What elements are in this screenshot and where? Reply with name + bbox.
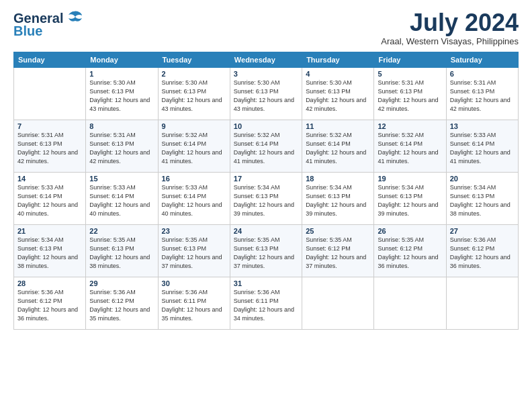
col-friday: Friday: [374, 52, 446, 68]
day-number: 12: [378, 122, 442, 130]
day-number: 10: [234, 122, 298, 130]
table-row: 29Sunrise: 5:36 AMSunset: 6:12 PMDayligh…: [86, 277, 158, 330]
table-row: 16Sunrise: 5:33 AMSunset: 6:14 PMDayligh…: [158, 173, 230, 225]
day-info: Sunrise: 5:32 AMSunset: 6:14 PMDaylight:…: [162, 131, 226, 166]
table-row: 22Sunrise: 5:35 AMSunset: 6:13 PMDayligh…: [86, 225, 158, 277]
day-number: 26: [378, 227, 442, 235]
table-row: [446, 277, 518, 330]
day-info: Sunrise: 5:33 AMSunset: 6:14 PMDaylight:…: [89, 183, 154, 218]
day-info: Sunrise: 5:36 AMSunset: 6:11 PMDaylight:…: [162, 288, 226, 323]
table-row: 26Sunrise: 5:35 AMSunset: 6:12 PMDayligh…: [374, 225, 446, 277]
day-number: 5: [378, 70, 442, 78]
calendar-week-row: 28Sunrise: 5:36 AMSunset: 6:12 PMDayligh…: [14, 277, 519, 330]
table-row: 28Sunrise: 5:36 AMSunset: 6:12 PMDayligh…: [14, 277, 86, 330]
col-sunday: Sunday: [14, 52, 86, 68]
calendar-week-row: 7Sunrise: 5:31 AMSunset: 6:13 PMDaylight…: [14, 120, 519, 173]
table-row: 13Sunrise: 5:33 AMSunset: 6:14 PMDayligh…: [446, 120, 518, 173]
day-number: 17: [234, 175, 298, 183]
day-number: 23: [162, 227, 226, 235]
table-row: 18Sunrise: 5:34 AMSunset: 6:13 PMDayligh…: [302, 173, 374, 225]
day-info: Sunrise: 5:31 AMSunset: 6:13 PMDaylight:…: [17, 131, 82, 166]
calendar-week-row: 1Sunrise: 5:30 AMSunset: 6:13 PMDaylight…: [14, 68, 519, 120]
day-number: 29: [89, 279, 154, 287]
month-title: July 2024: [381, 11, 519, 35]
day-info: Sunrise: 5:34 AMSunset: 6:13 PMDaylight:…: [450, 183, 515, 218]
day-info: Sunrise: 5:30 AMSunset: 6:13 PMDaylight:…: [306, 79, 370, 113]
day-info: Sunrise: 5:33 AMSunset: 6:14 PMDaylight:…: [450, 131, 515, 166]
day-number: 8: [89, 122, 154, 130]
day-number: 31: [234, 279, 298, 287]
table-row: 25Sunrise: 5:35 AMSunset: 6:12 PMDayligh…: [302, 225, 374, 277]
day-number: 22: [89, 227, 154, 235]
table-row: 2Sunrise: 5:30 AMSunset: 6:13 PMDaylight…: [158, 68, 230, 120]
table-row: [302, 277, 374, 330]
day-info: Sunrise: 5:30 AMSunset: 6:13 PMDaylight:…: [89, 79, 154, 113]
day-info: Sunrise: 5:34 AMSunset: 6:13 PMDaylight:…: [234, 183, 298, 218]
day-info: Sunrise: 5:32 AMSunset: 6:14 PMDaylight:…: [234, 131, 298, 166]
day-number: 18: [306, 175, 370, 183]
day-info: Sunrise: 5:34 AMSunset: 6:13 PMDaylight:…: [306, 183, 370, 218]
day-number: 13: [450, 122, 515, 130]
col-wednesday: Wednesday: [230, 52, 302, 68]
day-info: Sunrise: 5:30 AMSunset: 6:13 PMDaylight:…: [234, 79, 298, 113]
day-info: Sunrise: 5:36 AMSunset: 6:12 PMDaylight:…: [450, 236, 515, 271]
day-info: Sunrise: 5:36 AMSunset: 6:11 PMDaylight:…: [234, 288, 298, 323]
day-info: Sunrise: 5:33 AMSunset: 6:14 PMDaylight:…: [17, 183, 82, 218]
day-info: Sunrise: 5:32 AMSunset: 6:14 PMDaylight:…: [378, 131, 442, 166]
day-info: Sunrise: 5:36 AMSunset: 6:12 PMDaylight:…: [17, 288, 82, 323]
page: General Blue July 2024 Araal, Western Vi…: [0, 0, 532, 411]
day-info: Sunrise: 5:35 AMSunset: 6:13 PMDaylight:…: [234, 236, 298, 271]
table-row: 19Sunrise: 5:34 AMSunset: 6:13 PMDayligh…: [374, 173, 446, 225]
day-number: 24: [234, 227, 298, 235]
table-row: 24Sunrise: 5:35 AMSunset: 6:13 PMDayligh…: [230, 225, 302, 277]
table-row: 15Sunrise: 5:33 AMSunset: 6:14 PMDayligh…: [86, 173, 158, 225]
day-number: 20: [450, 175, 515, 183]
table-row: 3Sunrise: 5:30 AMSunset: 6:13 PMDaylight…: [230, 68, 302, 120]
table-row: 1Sunrise: 5:30 AMSunset: 6:13 PMDaylight…: [86, 68, 158, 120]
day-info: Sunrise: 5:32 AMSunset: 6:14 PMDaylight:…: [306, 131, 370, 166]
day-info: Sunrise: 5:31 AMSunset: 6:13 PMDaylight:…: [450, 79, 515, 113]
day-number: 16: [162, 175, 226, 183]
day-number: 1: [89, 70, 154, 78]
day-number: 19: [378, 175, 442, 183]
day-number: 28: [17, 279, 82, 287]
day-number: 7: [17, 122, 82, 130]
day-number: 25: [306, 227, 370, 235]
table-row: 5Sunrise: 5:31 AMSunset: 6:13 PMDaylight…: [374, 68, 446, 120]
day-info: Sunrise: 5:36 AMSunset: 6:12 PMDaylight:…: [89, 288, 154, 323]
table-row: 9Sunrise: 5:32 AMSunset: 6:14 PMDaylight…: [158, 120, 230, 173]
logo-blue-text: Blue: [13, 24, 42, 39]
day-info: Sunrise: 5:31 AMSunset: 6:13 PMDaylight:…: [378, 79, 442, 113]
table-row: 23Sunrise: 5:35 AMSunset: 6:13 PMDayligh…: [158, 225, 230, 277]
table-row: 20Sunrise: 5:34 AMSunset: 6:13 PMDayligh…: [446, 173, 518, 225]
calendar-header-row: Sunday Monday Tuesday Wednesday Thursday…: [14, 52, 519, 68]
table-row: 17Sunrise: 5:34 AMSunset: 6:13 PMDayligh…: [230, 173, 302, 225]
table-row: 30Sunrise: 5:36 AMSunset: 6:11 PMDayligh…: [158, 277, 230, 330]
day-number: 6: [450, 70, 515, 78]
logo-bird-icon: [64, 10, 83, 25]
table-row: 4Sunrise: 5:30 AMSunset: 6:13 PMDaylight…: [302, 68, 374, 120]
col-thursday: Thursday: [302, 52, 374, 68]
day-number: 4: [306, 70, 370, 78]
table-row: 8Sunrise: 5:31 AMSunset: 6:13 PMDaylight…: [86, 120, 158, 173]
col-saturday: Saturday: [446, 52, 518, 68]
calendar-table: Sunday Monday Tuesday Wednesday Thursday…: [13, 52, 519, 330]
day-info: Sunrise: 5:31 AMSunset: 6:13 PMDaylight:…: [89, 131, 154, 166]
table-row: 27Sunrise: 5:36 AMSunset: 6:12 PMDayligh…: [446, 225, 518, 277]
col-monday: Monday: [86, 52, 158, 68]
table-row: 10Sunrise: 5:32 AMSunset: 6:14 PMDayligh…: [230, 120, 302, 173]
day-number: 27: [450, 227, 515, 235]
day-number: 15: [89, 175, 154, 183]
day-info: Sunrise: 5:34 AMSunset: 6:13 PMDaylight:…: [17, 236, 82, 271]
day-info: Sunrise: 5:35 AMSunset: 6:13 PMDaylight:…: [89, 236, 154, 271]
day-number: 9: [162, 122, 226, 130]
title-area: July 2024 Araal, Western Visayas, Philip…: [381, 11, 519, 46]
calendar-week-row: 21Sunrise: 5:34 AMSunset: 6:13 PMDayligh…: [14, 225, 519, 277]
table-row: 11Sunrise: 5:32 AMSunset: 6:14 PMDayligh…: [302, 120, 374, 173]
logo: General Blue: [13, 11, 83, 39]
day-number: 2: [162, 70, 226, 78]
day-info: Sunrise: 5:35 AMSunset: 6:12 PMDaylight:…: [306, 236, 370, 271]
table-row: [374, 277, 446, 330]
table-row: 21Sunrise: 5:34 AMSunset: 6:13 PMDayligh…: [14, 225, 86, 277]
day-number: 21: [17, 227, 82, 235]
